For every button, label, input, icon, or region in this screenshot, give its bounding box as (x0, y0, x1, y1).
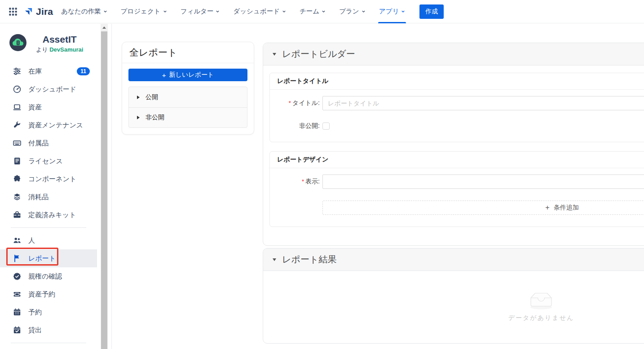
scrollbar-thumb[interactable] (101, 31, 107, 349)
sidebar-item-consumables[interactable]: 消耗品 (0, 188, 97, 206)
sidebar-item-reports[interactable]: レポート (0, 249, 97, 267)
nav-item-filters[interactable]: フィルター (181, 0, 220, 23)
required-asterisk: * (289, 100, 291, 106)
plus-icon: + (545, 204, 549, 211)
assetit-sidebar: AssetIT より DevSamurai 在庫 11 ダッシュボード 資産 (0, 24, 97, 349)
scrollbar-up-button[interactable] (101, 24, 108, 31)
report-title-heading: レポートタイトル (270, 73, 644, 90)
chevron-down-icon (282, 9, 286, 13)
report-results-title: レポート結果 (282, 253, 336, 266)
ticket-icon (13, 290, 22, 299)
report-title-card: レポートタイトル *タイトル: 非公開: (269, 73, 644, 142)
empty-inbox-icon (526, 291, 556, 310)
private-field-label: 非公開: (270, 122, 322, 130)
chevron-down-icon (163, 9, 167, 13)
sidebar-item-people[interactable]: 人 (0, 231, 97, 249)
sidebar-item-components[interactable]: コンポーネント (0, 170, 97, 188)
toolbox-icon (13, 210, 22, 219)
badge-check-icon (13, 272, 22, 281)
nav-item-dashboards[interactable]: ダッシュボード (233, 0, 286, 23)
sidebar-scrollbar[interactable] (101, 24, 108, 349)
chevron-down-icon (322, 9, 326, 13)
report-design-card: レポートデザイン *表示: + 条件追加 (269, 151, 644, 227)
report-design-heading: レポートデザイン (270, 152, 644, 168)
display-select[interactable] (322, 174, 644, 189)
report-title-input[interactable] (322, 96, 644, 110)
sidebar-divider (11, 343, 86, 343)
caret-right-icon (137, 96, 140, 99)
sidebar-item-inventory[interactable]: 在庫 11 (0, 62, 97, 80)
title-field-label: *タイトル: (270, 99, 322, 107)
sidebar-item-checkouts[interactable]: 貸出 (0, 321, 97, 339)
nav-item-your-work[interactable]: あなたの作業 (61, 0, 107, 23)
wrench-icon (13, 121, 22, 130)
sidebar-item-bookings[interactable]: 予約 (0, 303, 97, 321)
gauge-icon (13, 85, 22, 94)
nav-item-plans[interactable]: プラン (339, 0, 366, 23)
sidebar-item-dashboard[interactable]: ダッシュボード (0, 80, 97, 98)
report-builder-header[interactable]: レポートビルダー (263, 43, 644, 65)
app-switcher-grid-icon[interactable] (6, 4, 20, 19)
report-results-header[interactable]: レポート結果 (263, 249, 644, 271)
chevron-down-icon (216, 9, 220, 13)
plus-icon: + (162, 72, 166, 79)
top-navigation: Jira あなたの作業 プロジェクト フィルター ダッシュボード チーム プラン… (0, 0, 644, 23)
sliders-icon (13, 67, 22, 76)
add-condition-button[interactable]: + 条件追加 (322, 201, 644, 215)
sidebar-item-asset-maintenance[interactable]: 資産メンテナンス (0, 116, 97, 134)
people-icon (13, 236, 22, 245)
nav-item-teams[interactable]: チーム (300, 0, 326, 23)
puzzle-icon (13, 174, 22, 183)
all-reports-card: 全レポート + 新しいレポート 公開 非公開 (122, 42, 254, 135)
report-results-panel: レポート結果 データがありません (263, 248, 644, 344)
caret-down-icon (273, 258, 276, 261)
sidebar-item-custody-check[interactable]: 親権の確認 (0, 267, 97, 285)
nav-item-projects[interactable]: プロジェクト (121, 0, 167, 23)
nav-item-apps[interactable]: アプリ (379, 0, 406, 23)
jira-mark-icon (22, 6, 34, 17)
inventory-count-badge: 11 (77, 67, 90, 75)
required-asterisk: * (302, 178, 304, 185)
all-reports-title: 全レポート (122, 42, 254, 63)
license-icon (13, 157, 22, 166)
sidebar-item-accessories[interactable]: 付属品 (0, 134, 97, 152)
sidebar-menu: 在庫 11 ダッシュボード 資産 資産メンテナンス 付属品 (0, 62, 97, 343)
report-groups: 公開 非公開 (128, 87, 247, 128)
sidebar-item-assets[interactable]: 資産 (0, 98, 97, 116)
report-builder-title: レポートビルダー (282, 48, 355, 60)
display-field-label: *表示: (270, 178, 322, 186)
vendor-name: DevSamurai (49, 46, 83, 53)
assetit-brand: AssetIT より DevSamurai (0, 24, 97, 61)
calendar-check-icon (13, 326, 22, 335)
laptop-icon (13, 103, 22, 112)
caret-down-icon (273, 53, 276, 56)
new-report-button[interactable]: + 新しいレポート (128, 69, 247, 81)
app-byline: より DevSamurai (36, 46, 83, 54)
flag-icon (13, 254, 22, 263)
sidebar-divider (11, 227, 86, 228)
chevron-down-icon (103, 9, 107, 13)
jira-brand-text: Jira (36, 6, 53, 17)
chevron-down-icon (362, 9, 366, 13)
chevron-down-icon (401, 9, 405, 13)
keyboard-icon (13, 139, 22, 148)
jira-logo[interactable]: Jira (22, 6, 53, 17)
calendar-icon (13, 308, 22, 317)
report-builder-panel: レポートビルダー レポートタイトル *タイトル: 非公開: レポートデザイン (263, 43, 644, 246)
arrow-up-icon (102, 26, 106, 29)
empty-state-text: データがありません (508, 314, 574, 322)
assetit-logo-icon (9, 34, 27, 52)
empty-state: データがありません (263, 271, 644, 342)
layers-icon (13, 192, 22, 201)
create-button[interactable]: 作成 (419, 4, 444, 19)
caret-right-icon (137, 116, 140, 119)
private-checkbox[interactable] (322, 122, 330, 130)
group-row-private[interactable]: 非公開 (129, 107, 247, 127)
app-name: AssetIT (43, 34, 77, 45)
group-row-public[interactable]: 公開 (129, 87, 247, 107)
sidebar-item-predefined-kits[interactable]: 定義済みキット (0, 206, 97, 224)
main-content: 全レポート + 新しいレポート 公開 非公開 レポートビルダー (111, 24, 644, 349)
sidebar-item-licenses[interactable]: ライセンス (0, 152, 97, 170)
sidebar-item-asset-reservation[interactable]: 資産予約 (0, 285, 97, 303)
